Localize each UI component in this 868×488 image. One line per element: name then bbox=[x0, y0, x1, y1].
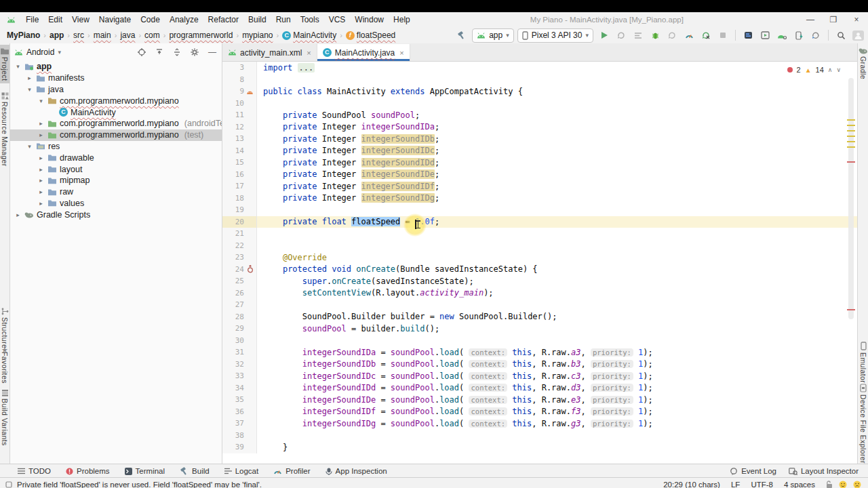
profile-avatar-button[interactable] bbox=[850, 28, 865, 42]
code-line-10[interactable]: 10 bbox=[222, 98, 857, 110]
menu-window[interactable]: Window bbox=[350, 15, 389, 24]
code-line-39[interactable]: 39 } bbox=[222, 441, 857, 453]
code-line-8[interactable]: 8 bbox=[222, 74, 857, 86]
toolwindow-button-app-inspection[interactable]: App Inspection bbox=[326, 467, 387, 475]
error-stripe-mark[interactable] bbox=[847, 161, 855, 163]
warning-stripe-mark[interactable] bbox=[847, 125, 855, 126]
tool-stripe-favorites[interactable]: ★Favorites bbox=[0, 347, 9, 386]
code-line-17[interactable]: 17 private Integer integerSoundIDf; bbox=[222, 180, 857, 192]
toolwindow-button-layout-inspector[interactable]: Layout Inspector bbox=[789, 467, 859, 475]
caret-position-widget[interactable]: 20:29 (10 chars) bbox=[663, 481, 720, 488]
chevron-down-icon[interactable]: ▾ bbox=[37, 98, 45, 104]
code-line-22[interactable]: 22 bbox=[222, 240, 857, 252]
chevron-right-icon[interactable]: ▸ bbox=[14, 211, 22, 218]
code-line-14[interactable]: 14 private Integer integerSoundIDc; bbox=[222, 145, 857, 157]
code-line-33[interactable]: 33 integerSoundIDc = soundPool.load( con… bbox=[222, 370, 857, 382]
search-everywhere-button[interactable] bbox=[833, 28, 848, 42]
chevron-down-icon[interactable]: ▾ bbox=[26, 86, 33, 93]
tree-item-layout[interactable]: ▸layout bbox=[10, 163, 222, 175]
code-line-23[interactable]: 23 @Override bbox=[222, 251, 857, 264]
stop-button[interactable] bbox=[715, 28, 730, 42]
chevron-right-icon[interactable]: ▸ bbox=[37, 200, 45, 207]
menu-navigate[interactable]: Navigate bbox=[94, 15, 136, 24]
code-line-16[interactable]: 16 private Integer integerSoundIDe; bbox=[222, 169, 857, 181]
code-line-25[interactable]: 25 super.onCreate(savedInstanceState); bbox=[222, 275, 857, 287]
menu-vcs[interactable]: VCS bbox=[324, 15, 351, 24]
code-line-29[interactable]: 29 soundPool = builder.build(); bbox=[222, 323, 857, 335]
maximize-button[interactable]: ❐ bbox=[822, 15, 845, 24]
expand-collapse-button[interactable] bbox=[172, 47, 182, 58]
code-line-34[interactable]: 34 integerSoundIDd = soundPool.load( con… bbox=[222, 382, 857, 394]
code-line-9[interactable]: 9public class MainActivity extends AppCo… bbox=[222, 85, 857, 98]
toolwindow-button-terminal[interactable]: Terminal bbox=[125, 467, 165, 475]
gradle-sync-button[interactable] bbox=[808, 28, 823, 42]
close-tab-icon[interactable]: × bbox=[399, 49, 403, 57]
menu-file[interactable]: File bbox=[21, 15, 43, 24]
minimize-button[interactable]: — bbox=[799, 15, 822, 24]
tree-item-res[interactable]: ▾res bbox=[10, 141, 222, 152]
build-project-button[interactable] bbox=[454, 28, 469, 42]
indent-widget[interactable]: 4 spaces bbox=[784, 481, 815, 488]
warning-stripe-mark[interactable] bbox=[847, 119, 855, 121]
breadcrumb-mainactivity[interactable]: CMainActivity bbox=[281, 30, 338, 40]
toolwindow-button-profiler[interactable]: Profiler bbox=[273, 467, 310, 475]
collapse-all-button[interactable] bbox=[154, 47, 165, 58]
debug-button[interactable] bbox=[648, 28, 663, 42]
tree-item-manifests[interactable]: ▸manifests bbox=[10, 73, 222, 84]
tool-stripe-project[interactable]: Project bbox=[0, 45, 9, 83]
code-line-27[interactable]: 27 bbox=[222, 299, 857, 311]
code-line-19[interactable]: 19 bbox=[222, 204, 857, 216]
breadcrumb-main[interactable]: main bbox=[92, 30, 113, 40]
run-button[interactable] bbox=[597, 28, 612, 42]
attach-debugger-button[interactable] bbox=[665, 28, 679, 42]
tree-item-com-programmerworld-mypiano-androidtest[interactable]: ▸com.programmerworld.mypiano(androidTest… bbox=[10, 118, 222, 129]
breadcrumb-app[interactable]: app bbox=[48, 30, 65, 40]
running-devices-button[interactable] bbox=[757, 28, 772, 42]
code-line-31[interactable]: 31 integerSoundIDa = soundPool.load( con… bbox=[222, 346, 857, 359]
code-line-37[interactable]: 37 integerSoundIDg = soundPool.load( con… bbox=[222, 418, 857, 430]
chevron-down-icon[interactable]: ▾ bbox=[26, 143, 33, 150]
breadcrumb-mypiano[interactable]: MyPiano bbox=[5, 30, 41, 40]
encoding-widget[interactable]: UTF-8 bbox=[751, 481, 773, 488]
code-line-21[interactable]: 21 bbox=[222, 228, 857, 240]
tree-item-app[interactable]: ▾app bbox=[10, 61, 222, 73]
tool-stripe-structure[interactable]: Structure bbox=[0, 305, 9, 351]
tree-item-gradle-scripts[interactable]: ▸Gradle Scripts bbox=[10, 209, 222, 220]
menu-code[interactable]: Code bbox=[136, 15, 165, 24]
code-line-3[interactable]: 3import ... bbox=[222, 62, 857, 74]
menu-tools[interactable]: Tools bbox=[296, 15, 324, 24]
toolwindow-button-logcat[interactable]: Logcat bbox=[224, 467, 259, 475]
editor-tab-mainactivity-java[interactable]: CMainActivity.java× bbox=[317, 44, 410, 61]
menu-build[interactable]: Build bbox=[243, 15, 271, 24]
breadcrumb-java[interactable]: java bbox=[119, 30, 136, 40]
code-line-18[interactable]: 18 private Integer integerSoundIDg; bbox=[222, 192, 857, 205]
code-line-26[interactable]: 26 setContentView(R.layout.activity_main… bbox=[222, 287, 857, 300]
smiley-face-icon[interactable] bbox=[839, 481, 847, 488]
rerun-button[interactable] bbox=[698, 28, 713, 42]
tree-item-com-programmerworld-mypiano[interactable]: ▾com.programmerworld.mypiano bbox=[10, 95, 222, 106]
breadcrumb-mypiano[interactable]: mypiano bbox=[241, 30, 274, 40]
line-separator-widget[interactable]: LF bbox=[731, 481, 740, 488]
warning-stripe-mark[interactable] bbox=[847, 136, 855, 137]
code-line-36[interactable]: 36 integerSoundIDf = soundPool.load( con… bbox=[222, 406, 857, 418]
tool-stripe-gradle[interactable]: Gradle bbox=[858, 45, 868, 82]
code-line-13[interactable]: 13 private Integer integerSoundIDb; bbox=[222, 133, 857, 145]
error-stripe-mark[interactable] bbox=[847, 309, 855, 310]
tree-item-drawable[interactable]: ▸drawable bbox=[10, 152, 222, 163]
run-configuration-select[interactable]: app ▾ bbox=[472, 28, 514, 43]
toolwindow-button-problems[interactable]: Problems bbox=[66, 467, 110, 475]
editor-tab-activity-main-xml[interactable]: activity_main.xml× bbox=[222, 44, 317, 61]
sad-face-icon[interactable] bbox=[853, 481, 861, 488]
tree-item-values[interactable]: ▸values bbox=[10, 198, 222, 209]
chevron-right-icon[interactable]: ▸ bbox=[37, 166, 45, 173]
breadcrumb-floatspeed[interactable]: ffloatSpeed bbox=[344, 30, 397, 40]
code-line-12[interactable]: 12 private Integer integerSoundIDa; bbox=[222, 121, 857, 134]
apply-changes-button[interactable] bbox=[614, 28, 629, 42]
device-manager-button[interactable] bbox=[741, 28, 755, 42]
warning-stripe-mark[interactable] bbox=[847, 141, 855, 142]
toolwindow-button-event-log[interactable]: Event Log bbox=[730, 467, 776, 475]
sdk-manager-button[interactable] bbox=[774, 28, 789, 42]
breadcrumb-src[interactable]: src bbox=[72, 30, 85, 40]
hide-button[interactable]: — bbox=[207, 47, 218, 58]
code-line-32[interactable]: 32 integerSoundIDb = soundPool.load( con… bbox=[222, 359, 857, 371]
